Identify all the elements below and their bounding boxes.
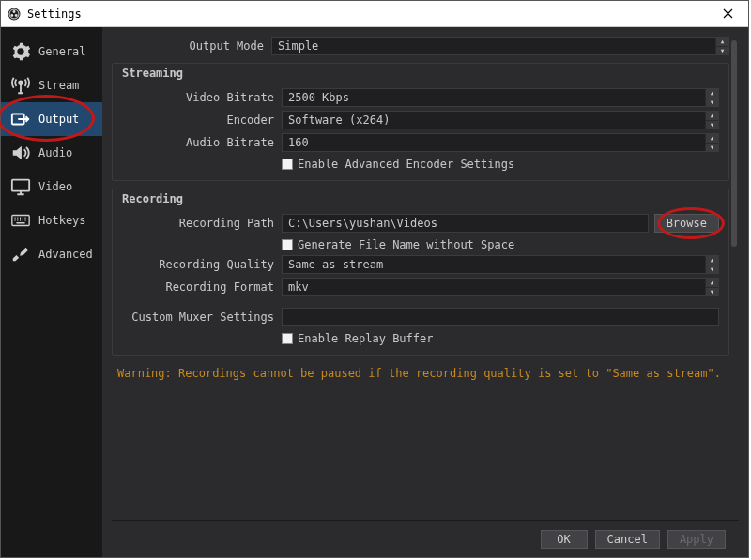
replay-buffer-label: Enable Replay Buffer <box>298 332 434 345</box>
chevron-down-icon[interactable]: ▼ <box>705 265 718 274</box>
checkbox-icon <box>282 159 293 170</box>
ok-button[interactable]: OK <box>541 530 588 549</box>
recording-group: Recording Recording Path C:\Users\yushan… <box>112 189 729 356</box>
audio-bitrate-label: Audio Bitrate <box>122 136 282 149</box>
video-bitrate-label: Video Bitrate <box>122 91 282 104</box>
streaming-legend: Streaming <box>122 67 183 80</box>
gear-icon <box>10 41 31 62</box>
antenna-icon <box>10 75 31 96</box>
muxer-label: Custom Muxer Settings <box>122 310 282 324</box>
video-bitrate-input[interactable]: 2500 Kbps ▲▼ <box>282 88 719 107</box>
sidebar-item-advanced[interactable]: Advanced <box>1 237 102 271</box>
keyboard-icon <box>10 210 31 231</box>
recording-format-label: Recording Format <box>122 280 282 294</box>
main-panel: Output Mode Simple ▲▼ Streaming Video Bi… <box>102 27 748 557</box>
sidebar-item-video[interactable]: Video <box>1 170 102 204</box>
browse-button[interactable]: Browse <box>654 214 719 233</box>
sidebar-item-label: Stream <box>38 79 79 92</box>
chevron-up-icon[interactable]: ▲ <box>715 38 728 46</box>
sidebar-item-label: Video <box>38 180 72 193</box>
client-area: General Stream Output Audio Video Ho <box>1 27 748 557</box>
chevron-up-icon[interactable]: ▲ <box>705 112 718 120</box>
replay-buffer-checkbox[interactable]: Enable Replay Buffer <box>282 332 719 345</box>
recording-quality-select[interactable]: Same as stream ▲▼ <box>282 255 719 274</box>
recording-path-input[interactable]: C:\Users\yushan\Videos <box>282 214 649 233</box>
close-button[interactable] <box>709 1 746 27</box>
chevron-up-icon[interactable]: ▲ <box>705 279 718 287</box>
app-icon <box>7 7 22 22</box>
audio-bitrate-select[interactable]: 160 ▲▼ <box>282 133 719 152</box>
no-space-label: Generate File Name without Space <box>298 238 514 251</box>
chevron-up-icon[interactable]: ▲ <box>705 134 718 143</box>
svg-rect-7 <box>12 180 29 191</box>
output-icon <box>10 109 31 129</box>
titlebar: Settings <box>1 1 748 27</box>
svg-point-4 <box>15 14 18 17</box>
sidebar-item-label: Audio <box>38 146 72 159</box>
checkbox-icon <box>282 239 293 250</box>
monitor-icon <box>10 176 31 197</box>
svg-point-5 <box>19 81 23 84</box>
chevron-down-icon[interactable]: ▼ <box>705 120 718 129</box>
recording-format-value: mkv <box>288 280 309 294</box>
sidebar-item-label: Advanced <box>38 248 93 261</box>
apply-button[interactable]: Apply <box>667 530 726 549</box>
sidebar-item-output[interactable]: Output <box>1 102 102 136</box>
footer: OK Cancel Apply <box>112 520 739 557</box>
sidebar: General Stream Output Audio Video Ho <box>1 27 102 557</box>
sidebar-item-hotkeys[interactable]: Hotkeys <box>1 204 102 237</box>
recording-path-label: Recording Path <box>122 217 282 230</box>
encoder-select[interactable]: Software (x264) ▲▼ <box>282 111 719 129</box>
sidebar-item-general[interactable]: General <box>1 35 102 68</box>
advanced-encoder-checkbox[interactable]: Enable Advanced Encoder Settings <box>282 158 719 171</box>
settings-window: Settings General Stream Output Audio <box>0 0 749 558</box>
chevron-down-icon[interactable]: ▼ <box>705 143 718 152</box>
output-mode-value: Simple <box>278 39 318 53</box>
chevron-down-icon[interactable]: ▼ <box>715 46 728 55</box>
cancel-button[interactable]: Cancel <box>595 530 660 549</box>
output-mode-label: Output Mode <box>112 39 271 53</box>
svg-point-3 <box>10 14 13 17</box>
warning-text: Warning: Recordings cannot be paused if … <box>112 363 729 380</box>
recording-legend: Recording <box>122 192 183 205</box>
output-mode-select[interactable]: Simple ▲▼ <box>271 37 729 55</box>
sidebar-item-audio[interactable]: Audio <box>1 136 102 170</box>
chevron-down-icon[interactable]: ▼ <box>705 287 718 296</box>
output-mode-row: Output Mode Simple ▲▼ <box>112 37 729 55</box>
chevron-up-icon[interactable]: ▲ <box>705 89 718 98</box>
recording-format-select[interactable]: mkv ▲▼ <box>282 278 719 296</box>
window-title: Settings <box>27 8 709 21</box>
scrollbar-thumb[interactable] <box>731 40 737 247</box>
sidebar-item-label: General <box>38 45 86 58</box>
chevron-down-icon[interactable]: ▼ <box>705 98 718 107</box>
recording-path-value: C:\Users\yushan\Videos <box>288 217 437 230</box>
scrollbar[interactable] <box>729 37 739 520</box>
tools-icon <box>10 244 31 265</box>
encoder-value: Software (x264) <box>288 114 390 127</box>
audio-bitrate-value: 160 <box>288 136 309 149</box>
streaming-group: Streaming Video Bitrate 2500 Kbps ▲▼ <box>112 63 729 181</box>
sidebar-item-stream[interactable]: Stream <box>1 68 102 102</box>
no-space-checkbox[interactable]: Generate File Name without Space <box>282 238 719 251</box>
recording-quality-value: Same as stream <box>288 258 383 271</box>
checkbox-icon <box>282 333 293 344</box>
recording-quality-label: Recording Quality <box>122 258 282 271</box>
video-bitrate-value: 2500 Kbps <box>288 91 349 104</box>
sidebar-item-label: Output <box>38 113 79 126</box>
muxer-input[interactable] <box>282 308 719 326</box>
encoder-label: Encoder <box>122 114 282 127</box>
advanced-encoder-label: Enable Advanced Encoder Settings <box>298 158 514 171</box>
chevron-up-icon[interactable]: ▲ <box>705 256 718 265</box>
svg-point-2 <box>13 10 16 13</box>
speaker-icon <box>10 143 31 163</box>
sidebar-item-label: Hotkeys <box>38 214 86 227</box>
